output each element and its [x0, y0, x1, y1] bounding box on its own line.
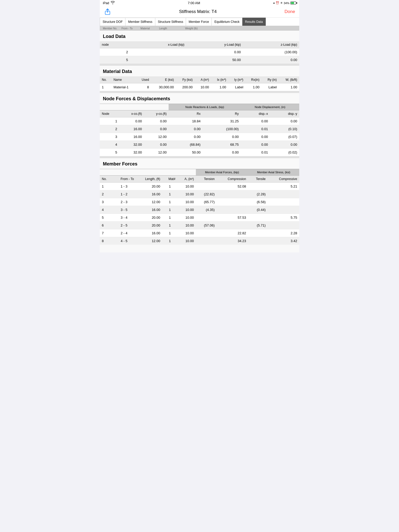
tab-results-data[interactable]: Results Data	[242, 18, 266, 26]
mf-a: 10.00	[177, 198, 196, 206]
mat-col-ix: Ix (in⁴)	[211, 76, 228, 83]
load-col-xload: x-Load (kip)	[130, 41, 187, 48]
share-button[interactable]	[104, 8, 111, 15]
nf-rx: 0.00	[169, 133, 202, 141]
mf-tension	[196, 214, 217, 222]
mf-compression: 52.08	[217, 183, 248, 190]
mf-tensile: (5.71)	[248, 222, 268, 229]
nf-dy: 0.00	[270, 141, 299, 149]
member-forces-row: 5 3 - 4 20.00 1 10.00 57.53 5.75	[100, 214, 299, 222]
alarm-icon: ⏰	[276, 1, 279, 5]
tab-member-force[interactable]: Member Force	[186, 18, 212, 26]
nf-rx: 50.00	[169, 149, 202, 156]
mf-length: 16.00	[136, 229, 162, 237]
bottom-padding	[100, 245, 299, 252]
mat-iy: Label	[228, 83, 245, 91]
node-forces-row: 2 16.00 0.00 0.00 (100.00) 0.01 (0.10)	[100, 125, 299, 133]
mat-col-iy: Iy (in⁴)	[228, 76, 245, 83]
mf-no: 4	[100, 206, 112, 214]
mf-from: 2 - 5	[112, 222, 136, 229]
mf-compressive: 5.75	[268, 214, 300, 222]
status-bar: iPad 7:00 AM ◂ ⏰ ✳ 34%	[100, 0, 299, 6]
battery-label: 34%	[284, 2, 289, 5]
ipad-label: iPad	[103, 1, 109, 5]
nf-ry: 0.00	[203, 149, 241, 156]
mat-col-a: A (in²)	[195, 76, 211, 83]
mf-compression	[217, 190, 248, 198]
nf-x: 0.00	[119, 117, 144, 125]
mf-compression	[217, 206, 248, 214]
mf-length: 20.00	[136, 222, 162, 229]
mf-tensile	[248, 214, 268, 222]
nf-col-ry: Ry	[203, 110, 241, 117]
mf-col-from: From - To	[112, 176, 136, 183]
mf-a: 10.00	[177, 237, 196, 245]
tab-structure-dof[interactable]: Structure DOF	[100, 18, 125, 26]
nf-rx: (68.84)	[169, 141, 202, 149]
mf-mat: 1	[162, 222, 177, 229]
done-button[interactable]: Done	[284, 9, 295, 14]
mf-axial-forces-header: Member Axial Forces, (kip)	[196, 169, 248, 176]
mf-compression: 22.82	[217, 229, 248, 237]
material-data-table: No. Name Used E (ksi) Fy (ksi) A (in²) I…	[100, 76, 299, 91]
member-group-header-row: Member Axial Forces, (kip) Member Axial …	[100, 169, 299, 176]
nf-dy: 0.00	[270, 117, 299, 125]
load-xload	[130, 48, 187, 56]
mf-col-compressive: Compressive	[268, 176, 300, 183]
mf-tension: (4.35)	[196, 206, 217, 214]
mat-col-e: E (ksi)	[151, 76, 176, 83]
mat-a: 10.00	[195, 83, 211, 91]
member-forces-row: 3 2 - 3 12.00 1 10.00 (65.77) (6.58)	[100, 198, 299, 206]
mf-mat: 1	[162, 190, 177, 198]
node-forces-row: 5 32.00 12.00 50.00 0.00 0.01 (0.02)	[100, 149, 299, 156]
load-node: 2	[100, 48, 130, 56]
mf-a: 10.00	[177, 183, 196, 190]
member-forces-row: 6 2 - 5 20.00 1 10.00 (57.06) (5.71)	[100, 222, 299, 229]
mf-group-empty	[100, 169, 196, 176]
mf-a: 10.00	[177, 214, 196, 222]
node-forces-row: 1 0.00 0.00 18.84 31.25 0.00 0.00	[100, 117, 299, 125]
mat-name: Material-1	[111, 83, 136, 91]
nf-col-node: Node	[100, 110, 119, 117]
member-forces-header-row: No. From - To Length, (ft) Mat# A, (in²)…	[100, 176, 299, 183]
nf-dx: 0.00	[241, 141, 270, 149]
nf-y: 0.00	[144, 125, 169, 133]
mf-col-tension: Tension	[196, 176, 217, 183]
mf-mat: 1	[162, 198, 177, 206]
mf-compression	[217, 222, 248, 229]
mf-compressive	[268, 222, 300, 229]
mf-length: 16.00	[136, 206, 162, 214]
nf-dx: 0.00	[241, 133, 270, 141]
nf-dy: (0.10)	[270, 125, 299, 133]
nf-dx: 0.01	[241, 125, 270, 133]
node-forces-title: Node Forces & Displacements	[100, 93, 299, 104]
mf-tension	[196, 183, 217, 190]
nf-node: 2	[100, 125, 119, 133]
load-zload: 0.00	[243, 56, 299, 64]
nf-ry: 31.25	[203, 117, 241, 125]
member-forces-table: Member Axial Forces, (kip) Member Axial …	[100, 169, 299, 245]
nf-col-dx: disp.-x	[241, 110, 270, 117]
mf-tensile: (0.44)	[248, 206, 268, 214]
tab-member-stiffness[interactable]: Member Stiffness	[125, 18, 155, 26]
material-row: 1 Material-1 8 30,000.00 200.00 10.00 1.…	[100, 83, 299, 91]
member-forces-row: 8 4 - 5 12.00 1 10.00 34.23 3.42	[100, 237, 299, 245]
load-row: 5 50.00 0.00	[100, 56, 299, 64]
mf-a: 10.00	[177, 222, 196, 229]
load-col-node: node	[100, 41, 130, 48]
nf-y: 0.00	[144, 141, 169, 149]
mat-used: 8	[136, 83, 151, 91]
mf-axial-stress-header: Member Axial Stress, (ksi)	[248, 169, 299, 176]
mf-a: 10.00	[177, 206, 196, 214]
tab-equilibrium-check[interactable]: Equilibrium Check	[212, 18, 242, 26]
nf-rx: 18.84	[169, 117, 202, 125]
load-data-table: node x-Load (kip) y-Load (kip) z-Load (k…	[100, 41, 299, 64]
mf-tension	[196, 229, 217, 237]
mf-no: 8	[100, 237, 112, 245]
mf-mat: 1	[162, 206, 177, 214]
load-data-title: Load Data	[100, 31, 299, 41]
nf-node: 1	[100, 117, 119, 125]
tab-structure-stiffness[interactable]: Structure Stiffness	[155, 18, 186, 26]
mat-col-used: Used	[136, 76, 151, 83]
mf-mat: 1	[162, 214, 177, 222]
